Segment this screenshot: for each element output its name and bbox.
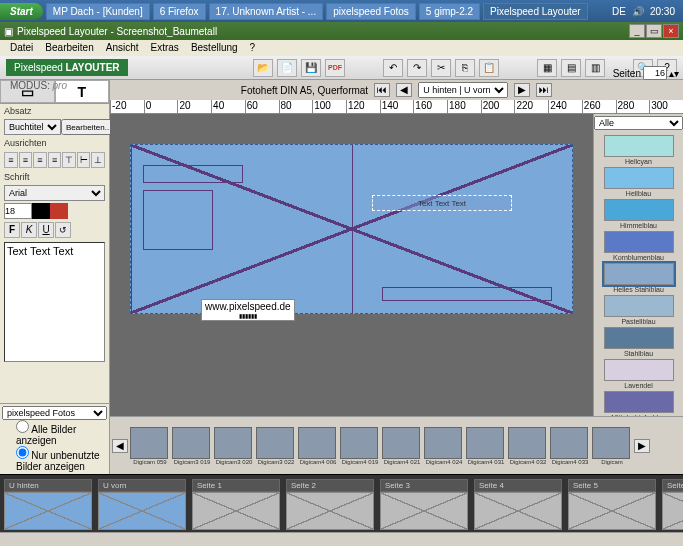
page-thumb[interactable]	[4, 492, 92, 530]
page-thumb[interactable]	[568, 492, 656, 530]
align-mid-icon[interactable]: ⊢	[77, 152, 91, 168]
menu-bestellung[interactable]: Bestellung	[185, 40, 244, 56]
undo-icon[interactable]: ↶	[383, 59, 403, 77]
align-right-icon[interactable]: ≡	[33, 152, 47, 168]
grid-icon[interactable]: ▦	[537, 59, 557, 77]
next-page-icon[interactable]: ▶	[514, 83, 530, 97]
lang-indicator[interactable]: DE	[612, 6, 626, 17]
font-select[interactable]: Arial	[4, 185, 105, 201]
image-thumb[interactable]	[550, 427, 588, 459]
align-left-icon[interactable]: ≡	[4, 152, 18, 168]
menu-bearbeiten[interactable]: Bearbeiten	[39, 40, 99, 56]
minimize-button[interactable]: _	[629, 24, 645, 38]
color-swatch-red[interactable]	[50, 203, 68, 219]
page-count-input[interactable]	[643, 66, 667, 80]
prev-page-icon[interactable]: ◀	[396, 83, 412, 97]
image-thumb[interactable]	[298, 427, 336, 459]
page-tab[interactable]: Seite 1	[192, 479, 280, 492]
menu-help[interactable]: ?	[244, 40, 262, 56]
image-thumb[interactable]	[424, 427, 462, 459]
style-select[interactable]: Buchtitel	[4, 119, 61, 135]
opt-all-images[interactable]: Alle Bilder anzeigen	[2, 420, 107, 446]
cut-icon[interactable]: ✂	[431, 59, 451, 77]
color-swatch[interactable]: Helles Stahlblau	[604, 263, 674, 285]
last-page-icon[interactable]: ⏭	[536, 83, 552, 97]
page-thumb[interactable]	[662, 492, 683, 530]
clear-format-icon[interactable]: ↺	[55, 222, 71, 238]
open-icon[interactable]: 📂	[253, 59, 273, 77]
thumb-next-icon[interactable]: ▶	[634, 439, 650, 453]
placeholder-box[interactable]	[143, 165, 243, 183]
pdf-icon[interactable]: PDF	[325, 59, 345, 77]
align-top-icon[interactable]: ⊤	[62, 152, 76, 168]
italic-icon[interactable]: K	[21, 222, 37, 238]
view-icon[interactable]: ▥	[585, 59, 605, 77]
menu-extras[interactable]: Extras	[145, 40, 185, 56]
text-frame-selected[interactable]: Text Text Text	[372, 195, 512, 211]
color-swatch[interactable]: Mittelschieferblau	[604, 391, 674, 413]
color-swatch[interactable]: Pastellblau	[604, 295, 674, 317]
color-swatch[interactable]: Kornblumenblau	[604, 231, 674, 253]
page-select[interactable]: U hinten | U vorn	[418, 82, 508, 98]
image-thumb[interactable]	[172, 427, 210, 459]
thumb-prev-icon[interactable]: ◀	[112, 439, 128, 453]
color-swatch[interactable]: Himmelblau	[604, 199, 674, 221]
taskbar-item[interactable]: 17. Unknown Artist - ...	[209, 3, 324, 20]
palette-filter[interactable]: Alle	[594, 116, 683, 130]
menu-datei[interactable]: Datei	[4, 40, 39, 56]
redo-icon[interactable]: ↷	[407, 59, 427, 77]
align-center-icon[interactable]: ≡	[19, 152, 33, 168]
taskbar-item[interactable]: 5 gimp-2.2	[419, 3, 480, 20]
taskbar-item[interactable]: pixelspeed Fotos	[326, 3, 416, 20]
maximize-button[interactable]: ▭	[646, 24, 662, 38]
bold-icon[interactable]: F	[4, 222, 20, 238]
canvas[interactable]: Text Text Text www.pixelspeed.de▮▮▮▮▮▮	[110, 114, 593, 416]
taskbar-item[interactable]: MP Dach - [Kunden]	[46, 3, 150, 20]
taskbar-item[interactable]: 6 Firefox	[153, 3, 206, 20]
start-button[interactable]: Start	[0, 3, 43, 20]
opt-unused-images[interactable]: Nur unbenutzte Bilder anzeigen	[2, 446, 107, 472]
page-tab[interactable]: U hinten	[4, 479, 92, 492]
page-thumb[interactable]	[380, 492, 468, 530]
align-bot-icon[interactable]: ⊥	[91, 152, 105, 168]
color-swatch[interactable]: Hellblau	[604, 167, 674, 189]
image-thumb[interactable]	[214, 427, 252, 459]
horizontal-scrollbar[interactable]	[0, 532, 683, 544]
close-button[interactable]: ×	[663, 24, 679, 38]
color-swatch-black[interactable]	[32, 203, 50, 219]
font-size-input[interactable]	[4, 203, 32, 219]
page-tab[interactable]: Seite 5	[568, 479, 656, 492]
image-thumb[interactable]	[340, 427, 378, 459]
page-tab[interactable]: Seite 3	[380, 479, 468, 492]
color-swatch[interactable]: Stahlblau	[604, 327, 674, 349]
save-icon[interactable]: 💾	[301, 59, 321, 77]
page-tab[interactable]: U vorn	[98, 479, 186, 492]
text-entry[interactable]: Text Text Text	[4, 242, 105, 362]
underline-icon[interactable]: U	[38, 222, 54, 238]
copy-icon[interactable]: ⎘	[455, 59, 475, 77]
taskbar-item-active[interactable]: Pixelspeed Layouter	[483, 3, 588, 20]
image-thumb[interactable]	[382, 427, 420, 459]
image-thumb[interactable]	[466, 427, 504, 459]
placeholder-box[interactable]	[382, 287, 552, 301]
layout-icon[interactable]: ▤	[561, 59, 581, 77]
stepper-icon[interactable]: ▴▾	[669, 68, 679, 79]
tray-icon[interactable]: 🔊	[632, 6, 644, 17]
page-thumb[interactable]	[474, 492, 562, 530]
image-thumb[interactable]	[508, 427, 546, 459]
new-icon[interactable]: 📄	[277, 59, 297, 77]
page-tab[interactable]: Seite 2	[286, 479, 374, 492]
image-thumb[interactable]	[130, 427, 168, 459]
page-thumb[interactable]	[192, 492, 280, 530]
folder-select[interactable]: pixelspeed Fotos	[2, 406, 107, 420]
page-spread[interactable]: Text Text Text www.pixelspeed.de▮▮▮▮▮▮	[130, 144, 573, 314]
edit-style-button[interactable]: Bearbeiten...	[61, 119, 116, 135]
color-swatch[interactable]: Hellcyan	[604, 135, 674, 157]
page-tab[interactable]: Seite 6	[662, 479, 683, 492]
image-thumb[interactable]	[256, 427, 294, 459]
placeholder-box[interactable]	[143, 190, 213, 250]
page-thumb[interactable]	[286, 492, 374, 530]
image-thumb[interactable]	[592, 427, 630, 459]
page-tab[interactable]: Seite 4	[474, 479, 562, 492]
first-page-icon[interactable]: ⏮	[374, 83, 390, 97]
